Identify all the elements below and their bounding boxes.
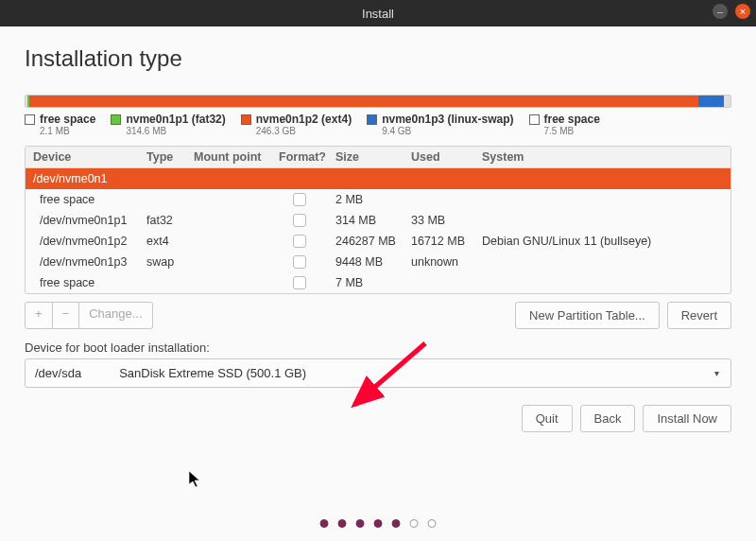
table-cell: free space [26,272,139,293]
partition-edit-group: + − Change... [25,302,153,329]
new-partition-table-button[interactable]: New Partition Table... [515,302,660,329]
legend-size: 246.3 GB [256,126,352,136]
table-cell [139,175,186,183]
table-row[interactable]: free space7 MB [26,272,730,293]
bootloader-label: Device for boot loader installation: [25,340,731,355]
table-cell [404,196,474,203]
progress-dot [410,519,419,528]
format-checkbox[interactable] [293,214,306,227]
table-cell [474,175,730,183]
titlebar: Install – × [0,0,756,26]
revert-button[interactable]: Revert [667,302,731,329]
legend-swatch [111,114,121,125]
progress-dot [392,519,401,528]
table-cell: Debian GNU/Linux 11 (bullseye) [474,231,730,252]
table-cell: /dev/nvme0n1p2 [26,231,139,252]
installer-window: Installation type free space2.1 MBnvme0n… [0,26,756,541]
legend-item: nvme0n1p3 (linux-swap)9.4 GB [367,113,513,136]
back-button[interactable]: Back [580,405,636,432]
table-cell [474,258,730,266]
table-body: /dev/nvme0n1 free space2 MB /dev/nvme0n1… [26,168,730,293]
table-cell [271,210,328,231]
add-partition-button[interactable]: + [25,302,53,329]
change-partition-button[interactable]: Change... [78,302,152,329]
page-title: Installation type [25,45,731,72]
window-title: Install [362,7,394,21]
table-cell [404,175,474,183]
quit-button[interactable]: Quit [522,405,573,432]
progress-dot [374,519,383,528]
legend-item: free space7.5 MB [529,113,600,136]
table-cell: fat32 [139,210,186,231]
table-cell: 7 MB [328,272,404,293]
table-cell [271,231,328,252]
table-cell [474,196,730,203]
column-header[interactable]: Type [139,147,186,167]
table-cell [186,196,271,203]
format-checkbox[interactable] [293,276,306,289]
table-cell [186,258,271,266]
progress-dot [320,519,329,528]
table-cell: /dev/nvme0n1 [26,168,139,189]
legend-size: 2.1 MB [40,126,95,136]
minimize-button[interactable]: – [713,4,728,19]
partition-table: DeviceTypeMount pointFormat?SizeUsedSyst… [25,146,731,294]
table-cell [186,217,271,224]
table-cell [271,272,328,293]
table-cell [328,175,404,183]
column-header[interactable]: Format? [271,147,328,167]
remove-partition-button[interactable]: − [52,302,80,329]
legend-name: nvme0n1p3 (linux-swap) [382,113,513,126]
install-now-button[interactable]: Install Now [643,405,731,432]
table-cell: unknown [404,252,474,272]
table-row[interactable]: /dev/nvme0n1p1fat32314 MB33 MB [26,210,730,231]
table-cell: /dev/nvme0n1p3 [26,252,139,272]
table-cell: swap [139,252,186,272]
table-cell: 246287 MB [328,231,404,252]
close-button[interactable]: × [735,4,750,19]
legend-swatch [25,114,35,125]
usage-segment [29,96,699,107]
legend-swatch [241,114,251,125]
progress-dots [320,519,437,528]
table-cell: ext4 [139,231,186,252]
table-cell [139,196,186,203]
format-checkbox[interactable] [293,255,306,269]
table-cell [186,175,271,183]
legend-size: 314.6 MB [126,126,225,136]
column-header[interactable]: System [474,147,730,167]
column-header[interactable]: Mount point [186,147,271,167]
legend-name: free space [544,113,600,126]
format-checkbox[interactable] [293,235,306,248]
progress-dot [338,519,347,528]
table-row[interactable]: /dev/nvme0n1 [26,168,730,189]
table-row[interactable]: /dev/nvme0n1p3swap9448 MBunknown [26,252,730,272]
table-cell [474,217,730,224]
bootloader-device-path: /dev/sda [35,366,81,380]
mouse-cursor-icon [189,471,202,492]
table-cell: /dev/nvme0n1p1 [26,210,139,231]
table-cell [186,237,271,245]
column-header[interactable]: Size [328,147,404,167]
legend-size: 7.5 MB [544,126,600,136]
table-cell: 33 MB [404,210,474,231]
bootloader-device-desc: SanDisk Extreme SSD (500.1 GB) [119,366,306,380]
table-cell: 2 MB [328,189,404,210]
legend-name: nvme0n1p2 (ext4) [256,113,352,126]
partition-legend: free space2.1 MBnvme0n1p1 (fat32)314.6 M… [25,113,731,136]
legend-swatch [367,114,377,125]
legend-item: nvme0n1p2 (ext4)246.3 GB [241,113,352,136]
table-row[interactable]: free space2 MB [26,189,730,210]
table-cell: 16712 MB [404,231,474,252]
table-cell [271,252,328,272]
table-cell [404,279,474,287]
table-cell: free space [26,189,139,210]
table-cell [474,279,730,287]
column-header[interactable]: Device [26,147,139,167]
table-cell [186,279,271,287]
table-row[interactable]: /dev/nvme0n1p2ext4246287 MB16712 MBDebia… [26,231,730,252]
bootloader-device-dropdown[interactable]: /dev/sda SanDisk Extreme SSD (500.1 GB) … [25,358,731,388]
format-checkbox[interactable] [293,193,306,206]
legend-size: 9.4 GB [382,126,513,136]
column-header[interactable]: Used [404,147,474,167]
